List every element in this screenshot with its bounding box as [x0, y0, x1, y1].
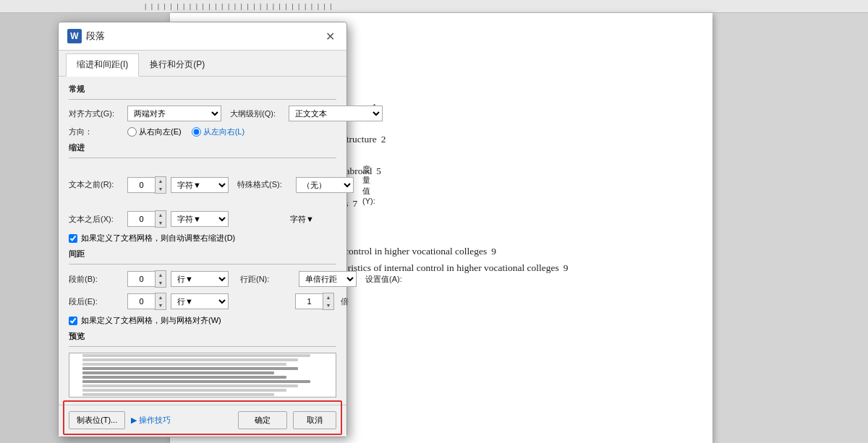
radio-rtl-label: 从右向左(E) — [139, 126, 182, 137]
spacing-after-input[interactable] — [127, 293, 155, 309]
setting-unit: 倍 — [341, 296, 349, 307]
spacing-before-unit[interactable]: 行▼ — [171, 271, 229, 287]
tips-button[interactable]: ▶ 操作技巧 — [131, 415, 171, 426]
preview-box — [69, 353, 336, 397]
spacing-after-down[interactable]: ▼ — [156, 301, 166, 309]
toc-page: 5 — [376, 165, 381, 176]
radio-ltr-input[interactable] — [192, 127, 201, 137]
indent-before-up[interactable]: ▲ — [156, 177, 166, 185]
toc-page: 9 — [491, 246, 496, 257]
indent-before-input[interactable] — [127, 177, 155, 193]
toc-page: 9 — [563, 262, 569, 273]
toc-page: 7 — [353, 198, 358, 209]
section-spacing-label: 间距 — [69, 249, 336, 259]
outline-label: 大纲级别(Q): — [230, 108, 284, 119]
spacing-before-input[interactable] — [127, 271, 155, 287]
spacing-before-label: 段前(B): — [69, 274, 123, 285]
indent-before-spin[interactable]: ▲ ▼ — [127, 176, 166, 194]
line-spacing-select[interactable]: 单倍行距 — [299, 271, 357, 287]
word-icon: W — [67, 29, 82, 43]
dialog-tabs: 缩进和间距(I) 换行和分页(P) — [59, 51, 346, 77]
indent-after-input[interactable] — [127, 211, 155, 227]
tab-indent-spacing[interactable]: 缩进和间距(I) — [66, 53, 139, 77]
align-label: 对齐方式(G): — [69, 108, 123, 119]
radio-rtl[interactable]: 从右向左(E) — [127, 126, 182, 137]
setting-value-spin[interactable]: ▲ ▼ — [295, 293, 334, 310]
line-spacing-label: 行距(N): — [240, 274, 294, 285]
tab-stop-button[interactable]: 制表位(T)... — [69, 411, 125, 429]
indent-checkbox-row: 如果定义了文档网格，则自动调整右缩进(D) — [69, 233, 336, 244]
spacing-before-row: 段前(B): ▲ ▼ 行▼ 行距(N): 单倍行距 设置值(A): — [69, 270, 336, 288]
setting-up[interactable]: ▲ — [323, 293, 333, 301]
measure-unit — [246, 214, 286, 225]
indent-after-up[interactable]: ▲ — [156, 211, 166, 219]
dialog-title: 段落 — [86, 30, 105, 43]
indent-after-spin[interactable]: ▲ ▼ — [127, 210, 166, 228]
indent-checkbox[interactable] — [69, 234, 77, 243]
indent-before-label: 文本之前(R): — [69, 179, 123, 190]
outline-select[interactable]: 正文文本 — [289, 106, 383, 121]
indent-after-row: 文本之后(X): ▲ ▼ 字符▼ 字符▼ — [69, 210, 336, 228]
radio-ltr-label: 从左向右(L) — [203, 126, 244, 137]
ok-button[interactable]: 确定 — [238, 411, 287, 429]
spacing-before-spin[interactable]: ▲ ▼ — [127, 270, 166, 288]
radio-rtl-input[interactable] — [127, 127, 137, 137]
cancel-button[interactable]: 取消 — [293, 411, 336, 429]
indent-after-label: 文本之后(X): — [69, 214, 123, 225]
spacing-after-up[interactable]: ▲ — [156, 293, 166, 301]
tab-linebreak-page[interactable]: 换行和分页(P) — [139, 53, 216, 76]
preview-lines — [82, 353, 322, 397]
spacing-after-spin[interactable]: ▲ ▼ — [127, 293, 166, 310]
spacing-after-row: 段后(E): ▲ ▼ 行▼ ▲ ▼ 倍 — [69, 293, 336, 310]
spacing-before-down[interactable]: ▼ — [156, 279, 166, 287]
ruler: | | | | | | | | | | | | | | | | | | | | … — [0, 0, 868, 13]
measure-label: 度量值(Y): — [362, 164, 375, 205]
dialog-footer: 制表位(T)... ▶ 操作技巧 确定 取消 — [59, 405, 346, 436]
preview-section: 预览 — [69, 331, 336, 397]
paragraph-dialog: W 段落 ✕ 缩进和间距(I) 换行和分页(P) 常规 对齐方式(G): 两端对… — [58, 22, 347, 437]
indent-after-down[interactable]: ▼ — [156, 219, 166, 227]
spacing-checkbox[interactable] — [69, 317, 77, 325]
spacing-before-up[interactable]: ▲ — [156, 271, 166, 279]
setting-value-input[interactable] — [295, 293, 323, 309]
spacing-checkbox-label: 如果定义了文档网格，则与网格对齐(W) — [81, 315, 221, 326]
dialog-body: 常规 对齐方式(G): 两端对齐 大纲级别(Q): 正文文本 方向： 从右向左(… — [59, 77, 346, 405]
direction-row: 方向： 从右向左(E) 从左向右(L) — [69, 126, 336, 137]
direction-label: 方向： — [69, 126, 123, 137]
radio-ltr[interactable]: 从左向右(L) — [192, 126, 244, 137]
char-unit: 字符▼ — [290, 214, 314, 225]
indent-before-unit-select[interactable]: 字符▼ — [171, 177, 229, 193]
indent-after-unit-select[interactable]: 字符▼ — [171, 211, 229, 227]
direction-radio-group: 从右向左(E) 从左向右(L) — [127, 126, 244, 137]
preview-label: 预览 — [69, 331, 336, 342]
indent-checkbox-label: 如果定义了文档网格，则自动调整右缩进(D) — [81, 233, 235, 244]
spacing-after-label: 段后(E): — [69, 296, 123, 307]
indent-before-down[interactable]: ▼ — [156, 185, 166, 193]
special-label: 特殊格式(S): — [237, 179, 292, 190]
section-general-label: 常规 — [69, 84, 336, 95]
indent-before-row: 文本之前(R): ▲ ▼ 字符▼ 特殊格式(S): （无） 度量值(Y): — [69, 164, 336, 205]
toc-page: 2 — [381, 134, 386, 145]
section-indent-label: 缩进 — [69, 142, 336, 153]
special-select[interactable]: （无） — [296, 177, 354, 193]
spacing-after-unit[interactable]: 行▼ — [171, 293, 229, 309]
align-select[interactable]: 两端对齐 — [127, 106, 221, 121]
align-row: 对齐方式(G): 两端对齐 大纲级别(Q): 正文文本 — [69, 106, 336, 121]
setting-label: 设置值(A): — [365, 274, 420, 285]
dialog-titlebar: W 段落 ✕ — [59, 22, 346, 51]
setting-down[interactable]: ▼ — [323, 301, 333, 309]
spacing-checkbox-row: 如果定义了文档网格，则与网格对齐(W) — [69, 315, 336, 326]
tips-label: 操作技巧 — [139, 415, 171, 426]
close-button[interactable]: ✕ — [322, 28, 338, 44]
line-val-spacer — [240, 296, 288, 307]
